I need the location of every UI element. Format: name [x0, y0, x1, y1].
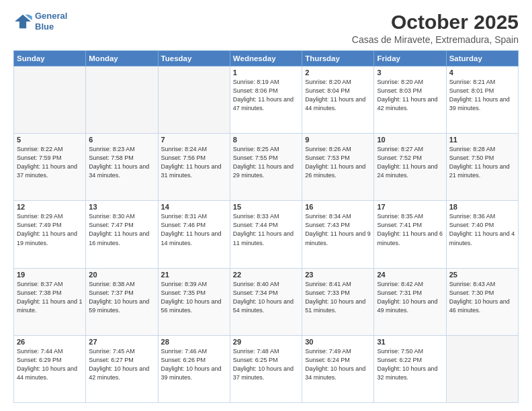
day-number: 23 — [305, 271, 371, 279]
main-title: October 2025 — [352, 11, 519, 33]
day-cell: 19Sunrise: 8:37 AM Sunset: 7:38 PM Dayli… — [14, 268, 86, 335]
day-number: 15 — [233, 203, 299, 211]
header-day-friday: Friday — [374, 51, 446, 66]
logo-line2: Blue — [35, 21, 54, 32]
day-info: Sunrise: 8:23 AM Sunset: 7:58 PM Dayligh… — [89, 145, 154, 180]
header-day-sunday: Sunday — [14, 51, 86, 66]
day-number: 25 — [449, 271, 515, 279]
day-cell: 13Sunrise: 8:30 AM Sunset: 7:47 PM Dayli… — [86, 201, 158, 268]
day-cell: 25Sunrise: 8:43 AM Sunset: 7:30 PM Dayli… — [446, 268, 518, 335]
day-cell: 30Sunrise: 7:49 AM Sunset: 6:24 PM Dayli… — [302, 335, 374, 402]
day-cell: 4Sunrise: 8:21 AM Sunset: 8:01 PM Daylig… — [446, 66, 518, 134]
day-cell: 20Sunrise: 8:38 AM Sunset: 7:37 PM Dayli… — [86, 268, 158, 335]
day-number: 9 — [305, 136, 371, 144]
day-info: Sunrise: 8:33 AM Sunset: 7:44 PM Dayligh… — [233, 212, 299, 247]
day-number: 31 — [377, 338, 443, 346]
day-number: 1 — [233, 68, 299, 77]
day-cell: 10Sunrise: 8:27 AM Sunset: 7:52 PM Dayli… — [374, 134, 446, 201]
day-info: Sunrise: 8:35 AM Sunset: 7:41 PM Dayligh… — [377, 212, 443, 247]
day-number: 12 — [17, 203, 83, 211]
day-info: Sunrise: 7:49 AM Sunset: 6:24 PM Dayligh… — [305, 347, 371, 382]
day-info: Sunrise: 8:38 AM Sunset: 7:37 PM Dayligh… — [89, 280, 154, 315]
day-number: 19 — [17, 271, 83, 279]
day-cell — [86, 66, 158, 134]
day-number: 30 — [305, 338, 371, 346]
week-row-5: 26Sunrise: 7:44 AM Sunset: 6:29 PM Dayli… — [14, 335, 519, 402]
day-number: 11 — [449, 136, 515, 144]
day-number: 14 — [161, 203, 227, 211]
day-info: Sunrise: 8:41 AM Sunset: 7:33 PM Dayligh… — [305, 280, 371, 315]
day-cell: 11Sunrise: 8:28 AM Sunset: 7:50 PM Dayli… — [446, 134, 518, 201]
logo: General Blue — [13, 11, 67, 32]
day-number: 5 — [17, 136, 83, 144]
day-cell: 5Sunrise: 8:22 AM Sunset: 7:59 PM Daylig… — [14, 134, 86, 201]
day-info: Sunrise: 8:25 AM Sunset: 7:55 PM Dayligh… — [233, 145, 299, 180]
day-info: Sunrise: 8:39 AM Sunset: 7:35 PM Dayligh… — [161, 280, 227, 315]
day-number: 10 — [377, 136, 443, 144]
day-info: Sunrise: 8:24 AM Sunset: 7:56 PM Dayligh… — [161, 145, 227, 180]
day-number: 3 — [377, 68, 443, 77]
header-day-thursday: Thursday — [302, 51, 374, 66]
day-info: Sunrise: 8:21 AM Sunset: 8:01 PM Dayligh… — [449, 78, 515, 113]
day-cell: 17Sunrise: 8:35 AM Sunset: 7:41 PM Dayli… — [374, 201, 446, 268]
day-number: 20 — [89, 271, 154, 279]
day-cell: 18Sunrise: 8:36 AM Sunset: 7:40 PM Dayli… — [446, 201, 518, 268]
day-cell: 6Sunrise: 8:23 AM Sunset: 7:58 PM Daylig… — [86, 134, 158, 201]
day-info: Sunrise: 8:26 AM Sunset: 7:53 PM Dayligh… — [305, 145, 371, 180]
week-row-4: 19Sunrise: 8:37 AM Sunset: 7:38 PM Dayli… — [14, 268, 519, 335]
day-info: Sunrise: 8:30 AM Sunset: 7:47 PM Dayligh… — [89, 212, 154, 247]
day-number: 21 — [161, 271, 227, 279]
page: General Blue October 2025 Casas de Mirav… — [0, 0, 532, 411]
week-row-3: 12Sunrise: 8:29 AM Sunset: 7:49 PM Dayli… — [14, 201, 519, 268]
header-day-saturday: Saturday — [446, 51, 518, 66]
day-number: 29 — [233, 338, 299, 346]
day-cell: 9Sunrise: 8:26 AM Sunset: 7:53 PM Daylig… — [302, 134, 374, 201]
day-cell: 23Sunrise: 8:41 AM Sunset: 7:33 PM Dayli… — [302, 268, 374, 335]
day-cell — [14, 66, 86, 134]
day-number: 26 — [17, 338, 83, 346]
day-cell: 15Sunrise: 8:33 AM Sunset: 7:44 PM Dayli… — [230, 201, 302, 268]
day-cell: 21Sunrise: 8:39 AM Sunset: 7:35 PM Dayli… — [158, 268, 230, 335]
day-info: Sunrise: 8:20 AM Sunset: 8:04 PM Dayligh… — [305, 78, 371, 113]
logo-line1: General — [35, 11, 67, 21]
logo-text: General Blue — [35, 11, 67, 32]
header-row: SundayMondayTuesdayWednesdayThursdayFrid… — [14, 51, 519, 66]
day-info: Sunrise: 8:37 AM Sunset: 7:38 PM Dayligh… — [17, 280, 83, 315]
day-info: Sunrise: 7:44 AM Sunset: 6:29 PM Dayligh… — [17, 347, 83, 382]
day-info: Sunrise: 7:48 AM Sunset: 6:25 PM Dayligh… — [233, 347, 299, 382]
day-info: Sunrise: 8:34 AM Sunset: 7:43 PM Dayligh… — [305, 212, 371, 247]
day-info: Sunrise: 8:28 AM Sunset: 7:50 PM Dayligh… — [449, 145, 515, 180]
day-number: 4 — [449, 68, 515, 77]
day-info: Sunrise: 8:19 AM Sunset: 8:06 PM Dayligh… — [233, 78, 299, 113]
day-number: 22 — [233, 271, 299, 279]
header-day-monday: Monday — [86, 51, 158, 66]
day-cell: 27Sunrise: 7:45 AM Sunset: 6:27 PM Dayli… — [86, 335, 158, 402]
day-info: Sunrise: 8:31 AM Sunset: 7:46 PM Dayligh… — [161, 212, 227, 247]
calendar-header: SundayMondayTuesdayWednesdayThursdayFrid… — [14, 51, 519, 66]
day-number: 2 — [305, 68, 371, 77]
subtitle: Casas de Miravete, Extremadura, Spain — [352, 34, 519, 45]
day-cell: 3Sunrise: 8:20 AM Sunset: 8:03 PM Daylig… — [374, 66, 446, 134]
header-day-wednesday: Wednesday — [230, 51, 302, 66]
day-info: Sunrise: 7:50 AM Sunset: 6:22 PM Dayligh… — [377, 347, 443, 382]
day-info: Sunrise: 7:45 AM Sunset: 6:27 PM Dayligh… — [89, 347, 154, 382]
day-info: Sunrise: 8:27 AM Sunset: 7:52 PM Dayligh… — [377, 145, 443, 180]
day-number: 28 — [161, 338, 227, 346]
day-info: Sunrise: 8:36 AM Sunset: 7:40 PM Dayligh… — [449, 212, 515, 247]
day-number: 24 — [377, 271, 443, 279]
day-cell: 29Sunrise: 7:48 AM Sunset: 6:25 PM Dayli… — [230, 335, 302, 402]
day-number: 27 — [89, 338, 154, 346]
day-info: Sunrise: 8:42 AM Sunset: 7:31 PM Dayligh… — [377, 280, 443, 315]
day-info: Sunrise: 8:20 AM Sunset: 8:03 PM Dayligh… — [377, 78, 443, 113]
day-cell: 2Sunrise: 8:20 AM Sunset: 8:04 PM Daylig… — [302, 66, 374, 134]
calendar-body: 1Sunrise: 8:19 AM Sunset: 8:06 PM Daylig… — [14, 66, 519, 403]
day-number: 13 — [89, 203, 154, 211]
day-cell: 26Sunrise: 7:44 AM Sunset: 6:29 PM Dayli… — [14, 335, 86, 402]
day-cell — [158, 66, 230, 134]
logo-icon — [13, 13, 32, 30]
day-info: Sunrise: 8:22 AM Sunset: 7:59 PM Dayligh… — [17, 145, 83, 180]
day-info: Sunrise: 8:29 AM Sunset: 7:49 PM Dayligh… — [17, 212, 83, 247]
calendar-table: SundayMondayTuesdayWednesdayThursdayFrid… — [13, 50, 519, 403]
day-cell: 28Sunrise: 7:46 AM Sunset: 6:26 PM Dayli… — [158, 335, 230, 402]
day-cell: 16Sunrise: 8:34 AM Sunset: 7:43 PM Dayli… — [302, 201, 374, 268]
